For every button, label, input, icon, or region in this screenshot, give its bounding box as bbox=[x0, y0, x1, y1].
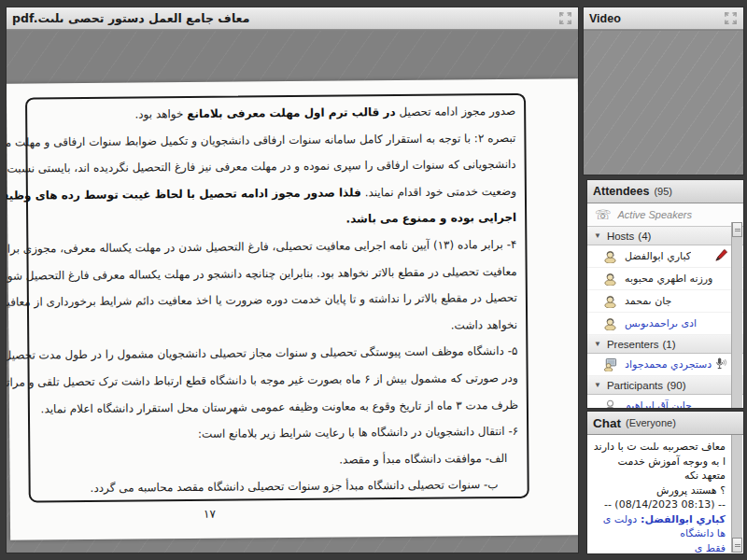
active-speakers-row[interactable]: ☏ Active Speakers bbox=[587, 203, 743, 227]
scrollbar-thumb[interactable] bbox=[732, 222, 742, 237]
attendee-name: ورزنه اطهري محبوبه bbox=[625, 273, 712, 285]
document-text-segment: دانشجویانی که سنوات ارفاقی را سپری نموده… bbox=[7, 158, 516, 175]
document-text-line: اجرایی بوده و ممنوع می باشد. bbox=[34, 204, 516, 235]
presenter-avatar-icon bbox=[603, 357, 617, 371]
page-number: ۱۷ bbox=[181, 508, 237, 522]
document-pod-titlebar[interactable]: pdf.معاف جامع العمل دستور تحصى ىلىت bbox=[7, 7, 578, 30]
group-count: (4) bbox=[638, 231, 651, 242]
drawing-pencil-icon bbox=[714, 248, 728, 262]
chat-sender-name: كباري ابوالفضل: bbox=[637, 513, 726, 525]
document-text-segment: اجرایی بوده و ممنوع می باشد. bbox=[346, 211, 517, 226]
attendee-row[interactable]: جان ىمحمد bbox=[587, 290, 743, 313]
video-pod: Video bbox=[583, 7, 744, 175]
host-avatar-icon bbox=[603, 272, 617, 286]
document-share-pod: pdf.معاف جامع العمل دستور تحصى ىلىت صدور… bbox=[6, 7, 579, 553]
attendee-row[interactable]: كباري ابوالفضل bbox=[587, 245, 743, 268]
document-text-segment: ۴- برابر ماده (۱۳) آیین نامه اجرایی معاف… bbox=[7, 238, 516, 256]
chat-message-area: معاف تحصرىبه ىلىت ت با دارندا به وىوجه آ… bbox=[588, 435, 731, 553]
group-label: Hosts bbox=[607, 231, 634, 242]
attendee-row[interactable]: جاين آق ابراهيم bbox=[587, 395, 743, 408]
attendees-scrollbar[interactable] bbox=[731, 222, 742, 408]
document-text-line: تبصره ۲: با توجه به استقرار کامل سامانه … bbox=[33, 125, 515, 156]
group-label: Participants bbox=[607, 380, 663, 391]
group-label: Presenters bbox=[607, 339, 659, 350]
chat-message-line: ا به وىوجه آموزش خدمت متعهد نكه bbox=[592, 455, 726, 483]
phone-icon: ☏ bbox=[595, 208, 612, 221]
document-text-line: معافیت تحصیلی در مقطع بالاتر نخواهد بود.… bbox=[35, 258, 517, 288]
document-text-line: صدور مجوز ادامه تحصیل در قالب ترم اول مه… bbox=[33, 98, 515, 129]
chat-scope: (Everyone) bbox=[626, 417, 676, 428]
attendee-row[interactable]: ادى ىراحمدىوىس bbox=[587, 313, 743, 335]
document-text-segment: خواهد بود. bbox=[134, 107, 187, 120]
page-border-frame: صدور مجوز ادامه تحصیل در قالب ترم اول مه… bbox=[25, 93, 529, 503]
document-text-line: ظرف مدت ۳ ماه از تاریخ وقوع به معاونت وظ… bbox=[35, 391, 518, 422]
attendee-name: جان ىمحمد bbox=[625, 295, 671, 307]
attendees-pod-titlebar[interactable]: Attendees (95) bbox=[587, 180, 743, 203]
document-text-line: نخواهد داشت. bbox=[35, 312, 517, 343]
attendees-count: (95) bbox=[654, 186, 672, 197]
attendee-row[interactable]: ورزنه اطهري محبوبه bbox=[587, 268, 743, 290]
scrollbar-grip-icon bbox=[735, 544, 740, 547]
group-header-hosts[interactable]: ▼Hosts(4) bbox=[587, 227, 743, 245]
document-text-segment: ظرف مدت ۳ ماه از تاریخ وقوع به معاونت وظ… bbox=[40, 398, 517, 414]
scrollbar-thumb[interactable] bbox=[732, 538, 742, 553]
attendee-name: كباري ابوالفضل bbox=[625, 250, 691, 262]
document-text-line: ۶- انتقال دانشجویان در دانشگاه ها با رعا… bbox=[35, 418, 518, 449]
document-text-segment: ودر صورتی که مشمول بیش از ۶ ماه بصورت غی… bbox=[7, 371, 518, 389]
video-pod-title: Video bbox=[589, 12, 621, 25]
host-avatar-icon bbox=[603, 294, 617, 308]
document-text-line: دانشجویانی که سنوات ارفاقی را سپری نموده… bbox=[34, 151, 516, 182]
document-text-segment: معافیت تحصیلی در مقطع بالاتر نخواهد بود.… bbox=[7, 264, 517, 282]
document-text-line: تحصیل در مقطع بالاتر را نداشته و تا پایا… bbox=[35, 285, 517, 315]
chat-timestamp: -- (08/14/2023 08:13) -- bbox=[592, 497, 726, 512]
document-text-segment: نخواهد داشت. bbox=[451, 318, 518, 332]
document-text-segment: فلذا صدور مجوز ادامه تحصیل با لحاظ غیبت … bbox=[7, 186, 361, 203]
host-avatar-icon bbox=[603, 316, 617, 330]
attendee-name: ادى ىراحمدىوىس bbox=[625, 317, 697, 329]
scrollbar-grip-icon bbox=[735, 229, 740, 231]
document-text-line: ب- سنوات تحصیلی دانشگاه مبدأ جزو سنوات ت… bbox=[36, 471, 519, 502]
document-text-segment: ۶- انتقال دانشجویان در دانشگاه ها با رعا… bbox=[198, 425, 518, 441]
collapse-triangle-icon: ▼ bbox=[594, 381, 601, 389]
group-header-presenters[interactable]: ▼Presenters(1) bbox=[587, 335, 743, 354]
document-text-segment: وضعیت خدمتی خود اقدام نمایند. bbox=[361, 185, 516, 199]
chat-pod: Chat (Everyone) معاف تحصرىبه ىلىت ت با د… bbox=[586, 411, 744, 554]
document-text-segment: تبصره ۲: با توجه به استقرار کامل سامانه … bbox=[7, 132, 515, 150]
fullscreen-icon[interactable] bbox=[724, 11, 738, 25]
chat-message-line: معاف تحصرىبه ىلىت ت با دارند bbox=[592, 440, 726, 455]
document-text-line: ودر صورتی که مشمول بیش از ۶ ماه بصورت غی… bbox=[35, 365, 518, 396]
document-text-segment: تحصیل در مقطع بالاتر را نداشته و تا پایا… bbox=[7, 291, 517, 309]
group-header-participants[interactable]: ▼Participants(90) bbox=[587, 376, 743, 395]
document-text-segment: ۵- دانشگاه موظف است پیوستگی تحصیلی و سنو… bbox=[7, 344, 517, 362]
attendee-name: دستجردي محمدجواد bbox=[625, 358, 712, 371]
document-text-segment: در قالب ترم اول مهلت معرفی بلامانع bbox=[187, 105, 395, 120]
document-text-line: ۴- برابر ماده (۱۳) آیین نامه اجرایی معاف… bbox=[34, 231, 516, 262]
video-empty-area bbox=[584, 31, 743, 175]
document-text-segment: صدور مجوز ادامه تحصیل bbox=[396, 105, 516, 119]
chat-message-line: ؟ هستند پرورش bbox=[592, 483, 726, 498]
attendee-name: جاين آق ابراهيم bbox=[625, 399, 692, 408]
group-count: (90) bbox=[667, 380, 685, 391]
document-text-line: ۵- دانشگاه موظف است پیوستگی تحصیلی و سنو… bbox=[35, 338, 517, 369]
document-title: pdf.معاف جامع العمل دستور تحصى ىلىت bbox=[12, 11, 249, 25]
collapse-triangle-icon: ▼ bbox=[594, 231, 601, 240]
group-count: (1) bbox=[663, 339, 676, 350]
video-pod-titlebar[interactable]: Video bbox=[584, 7, 743, 30]
document-text-segment: ب- سنوات تحصیلی دانشگاه مبدأ جزو سنوات ت… bbox=[90, 478, 498, 495]
chat-message-line: كباري ابوالفضل: دولت ی ها دانشگاه bbox=[592, 512, 726, 541]
document-text-line: وضعیت خدمتی خود اقدام نمایند. فلذا صدور … bbox=[34, 178, 516, 209]
active-speakers-label: Active Speakers bbox=[618, 209, 692, 220]
chat-scrollbar[interactable] bbox=[731, 435, 742, 553]
document-text-segment: الف- موافقت دانشگاه مبدأ و مقصد. bbox=[339, 452, 507, 467]
attendees-pod: Attendees (95) ☏ Active Speakers ▼Hosts(… bbox=[586, 179, 744, 409]
chat-pod-titlebar[interactable]: Chat (Everyone) bbox=[587, 412, 743, 435]
fullscreen-icon[interactable] bbox=[558, 11, 572, 25]
chat-message-line: فقط ى bbox=[592, 541, 726, 553]
collapse-triangle-icon: ▼ bbox=[594, 340, 601, 348]
attendee-row[interactable]: دستجردي محمدجواد bbox=[587, 354, 743, 376]
microphone-icon bbox=[714, 357, 728, 371]
participant-avatar-icon bbox=[603, 399, 617, 408]
host-avatar-icon bbox=[603, 249, 617, 263]
scanned-page: صدور مجوز ادامه تحصیل در قالب ترم اول مه… bbox=[7, 78, 578, 539]
document-viewport[interactable]: صدور مجوز ادامه تحصیل در قالب ترم اول مه… bbox=[7, 31, 578, 553]
